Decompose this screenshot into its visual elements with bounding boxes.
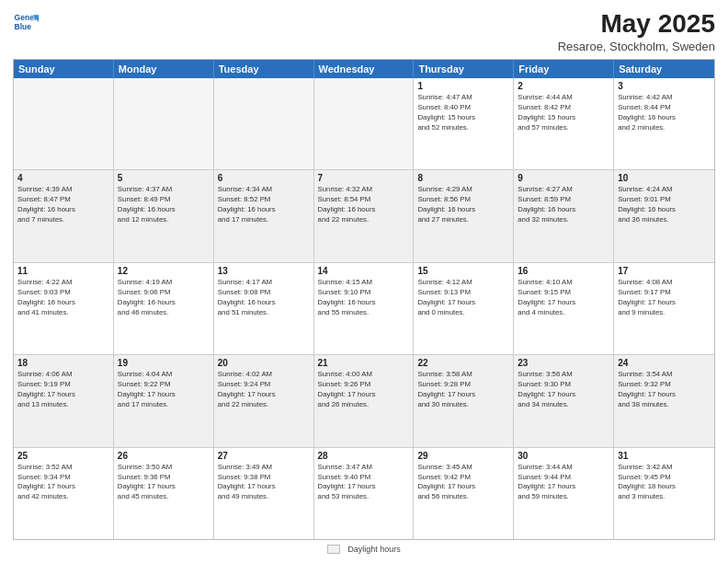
calendar-cell [14,78,114,169]
calendar-cell: 26Sunrise: 3:50 AM Sunset: 9:36 PM Dayli… [114,448,214,539]
day-number: 29 [417,451,509,461]
calendar-cell: 14Sunrise: 4:15 AM Sunset: 9:10 PM Dayli… [314,263,415,354]
day-number: 26 [118,451,210,461]
calendar: SundayMondayTuesdayWednesdayThursdayFrid… [13,59,715,540]
day-number: 30 [518,451,609,461]
calendar-cell: 19Sunrise: 4:04 AM Sunset: 9:22 PM Dayli… [114,355,214,446]
day-number: 5 [118,173,210,183]
day-info: Sunrise: 3:45 AM Sunset: 9:42 PM Dayligh… [417,463,509,503]
calendar-cell: 1Sunrise: 4:47 AM Sunset: 8:40 PM Daylig… [414,78,514,169]
day-number: 31 [618,451,711,461]
day-number: 11 [17,266,109,276]
day-number: 4 [17,173,109,183]
day-info: Sunrise: 4:00 AM Sunset: 9:26 PM Dayligh… [318,370,410,410]
day-info: Sunrise: 3:44 AM Sunset: 9:44 PM Dayligh… [518,463,609,503]
calendar-body: 1Sunrise: 4:47 AM Sunset: 8:40 PM Daylig… [14,78,714,539]
day-number: 20 [218,358,310,368]
main-title: May 2025 [558,9,715,39]
calendar-cell: 22Sunrise: 3:58 AM Sunset: 9:28 PM Dayli… [414,355,514,446]
calendar-cell: 4Sunrise: 4:39 AM Sunset: 8:47 PM Daylig… [14,170,114,261]
calendar-cell: 12Sunrise: 4:19 AM Sunset: 9:06 PM Dayli… [114,263,214,354]
logo: General Blue [13,9,39,35]
calendar-cell: 21Sunrise: 4:00 AM Sunset: 9:26 PM Dayli… [314,355,415,446]
footer: Daylight hours [13,545,715,554]
day-info: Sunrise: 4:37 AM Sunset: 8:49 PM Dayligh… [118,185,210,225]
calendar-cell: 27Sunrise: 3:49 AM Sunset: 9:38 PM Dayli… [214,448,314,539]
calendar-header-wednesday: Wednesday [314,60,415,78]
day-number: 25 [17,451,109,461]
day-info: Sunrise: 4:08 AM Sunset: 9:17 PM Dayligh… [618,278,711,318]
day-info: Sunrise: 4:02 AM Sunset: 9:24 PM Dayligh… [218,370,310,410]
title-block: May 2025 Resaroe, Stockholm, Sweden [558,9,715,53]
calendar-cell: 17Sunrise: 4:08 AM Sunset: 9:17 PM Dayli… [614,263,714,354]
day-number: 2 [518,81,609,91]
day-number: 9 [518,173,609,183]
day-number: 1 [417,81,509,91]
calendar-header-tuesday: Tuesday [214,60,314,78]
day-number: 6 [218,173,310,183]
legend-box [327,545,340,554]
day-number: 12 [118,266,210,276]
day-number: 14 [318,266,410,276]
calendar-cell: 20Sunrise: 4:02 AM Sunset: 9:24 PM Dayli… [214,355,314,446]
day-info: Sunrise: 4:27 AM Sunset: 8:59 PM Dayligh… [518,185,609,225]
day-info: Sunrise: 3:56 AM Sunset: 9:30 PM Dayligh… [518,370,609,410]
calendar-cell: 16Sunrise: 4:10 AM Sunset: 9:15 PM Dayli… [514,263,614,354]
day-info: Sunrise: 4:47 AM Sunset: 8:40 PM Dayligh… [417,93,509,133]
calendar-week-2: 4Sunrise: 4:39 AM Sunset: 8:47 PM Daylig… [14,169,714,261]
page: General Blue May 2025 Resaroe, Stockholm… [0,0,728,563]
calendar-cell: 24Sunrise: 3:54 AM Sunset: 9:32 PM Dayli… [614,355,714,446]
calendar-cell: 9Sunrise: 4:27 AM Sunset: 8:59 PM Daylig… [514,170,614,261]
day-info: Sunrise: 4:17 AM Sunset: 9:08 PM Dayligh… [218,278,310,318]
day-info: Sunrise: 4:19 AM Sunset: 9:06 PM Dayligh… [118,278,210,318]
day-number: 7 [318,173,410,183]
calendar-header-friday: Friday [514,60,614,78]
calendar-cell: 5Sunrise: 4:37 AM Sunset: 8:49 PM Daylig… [114,170,214,261]
calendar-cell: 15Sunrise: 4:12 AM Sunset: 9:13 PM Dayli… [414,263,514,354]
calendar-header-sunday: Sunday [14,60,114,78]
day-number: 8 [417,173,509,183]
day-number: 27 [218,451,310,461]
calendar-week-3: 11Sunrise: 4:22 AM Sunset: 9:03 PM Dayli… [14,262,714,354]
logo-icon: General Blue [13,9,39,35]
day-info: Sunrise: 4:12 AM Sunset: 9:13 PM Dayligh… [417,278,509,318]
day-info: Sunrise: 4:10 AM Sunset: 9:15 PM Dayligh… [518,278,609,318]
calendar-header-saturday: Saturday [614,60,714,78]
day-number: 3 [618,81,711,91]
svg-text:Blue: Blue [15,22,32,31]
day-info: Sunrise: 3:47 AM Sunset: 9:40 PM Dayligh… [318,463,410,503]
day-info: Sunrise: 4:44 AM Sunset: 8:42 PM Dayligh… [518,93,609,133]
calendar-week-4: 18Sunrise: 4:06 AM Sunset: 9:19 PM Dayli… [14,354,714,446]
calendar-cell: 11Sunrise: 4:22 AM Sunset: 9:03 PM Dayli… [14,263,114,354]
calendar-cell [114,78,214,169]
day-number: 19 [118,358,210,368]
day-info: Sunrise: 3:54 AM Sunset: 9:32 PM Dayligh… [618,370,711,410]
day-info: Sunrise: 4:29 AM Sunset: 8:56 PM Dayligh… [417,185,509,225]
calendar-header-thursday: Thursday [414,60,514,78]
calendar-cell: 6Sunrise: 4:34 AM Sunset: 8:52 PM Daylig… [214,170,314,261]
svg-text:General: General [15,13,39,22]
calendar-header-row: SundayMondayTuesdayWednesdayThursdayFrid… [14,60,714,78]
calendar-week-1: 1Sunrise: 4:47 AM Sunset: 8:40 PM Daylig… [14,78,714,169]
day-info: Sunrise: 4:24 AM Sunset: 9:01 PM Dayligh… [618,185,711,225]
day-number: 22 [417,358,509,368]
calendar-cell [214,78,314,169]
day-number: 16 [518,266,609,276]
calendar-week-5: 25Sunrise: 3:52 AM Sunset: 9:34 PM Dayli… [14,447,714,539]
calendar-cell: 8Sunrise: 4:29 AM Sunset: 8:56 PM Daylig… [414,170,514,261]
day-info: Sunrise: 4:15 AM Sunset: 9:10 PM Dayligh… [318,278,410,318]
day-number: 23 [518,358,609,368]
day-info: Sunrise: 3:49 AM Sunset: 9:38 PM Dayligh… [218,463,310,503]
header: General Blue May 2025 Resaroe, Stockholm… [13,9,715,53]
day-number: 21 [318,358,410,368]
calendar-cell: 31Sunrise: 3:42 AM Sunset: 9:45 PM Dayli… [614,448,714,539]
calendar-cell: 13Sunrise: 4:17 AM Sunset: 9:08 PM Dayli… [214,263,314,354]
calendar-cell [314,78,415,169]
calendar-cell: 29Sunrise: 3:45 AM Sunset: 9:42 PM Dayli… [414,448,514,539]
calendar-cell: 2Sunrise: 4:44 AM Sunset: 8:42 PM Daylig… [514,78,614,169]
calendar-cell: 18Sunrise: 4:06 AM Sunset: 9:19 PM Dayli… [14,355,114,446]
day-info: Sunrise: 4:06 AM Sunset: 9:19 PM Dayligh… [17,370,109,410]
day-info: Sunrise: 4:34 AM Sunset: 8:52 PM Dayligh… [218,185,310,225]
legend-label: Daylight hours [347,545,401,554]
calendar-header-monday: Monday [114,60,214,78]
